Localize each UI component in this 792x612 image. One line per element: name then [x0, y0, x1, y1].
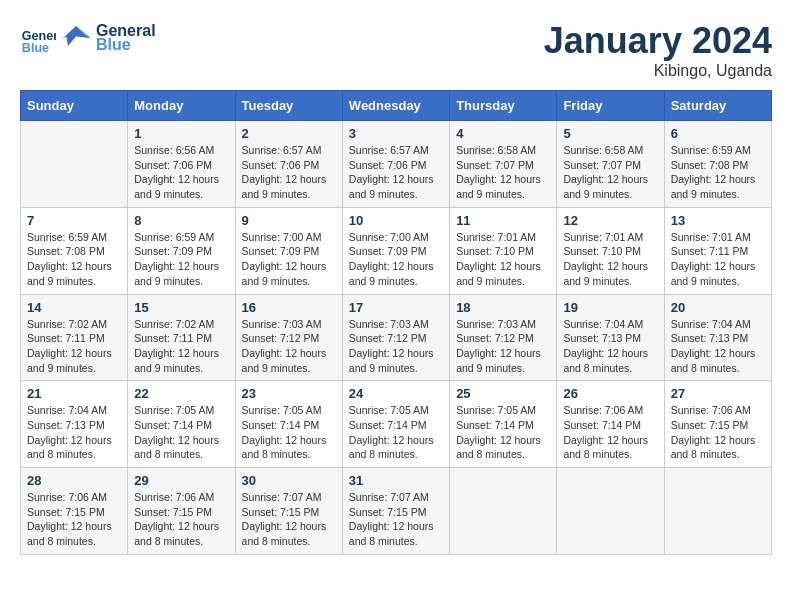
calendar-cell	[21, 121, 128, 208]
day-info-line: Sunset: 7:07 PM	[563, 158, 657, 173]
day-info-line: Sunset: 7:09 PM	[349, 244, 443, 259]
day-info-line: and 9 minutes.	[671, 187, 765, 202]
day-info-line: Sunset: 7:06 PM	[242, 158, 336, 173]
day-number: 5	[563, 126, 657, 141]
day-info-line: Sunset: 7:14 PM	[563, 418, 657, 433]
day-info-line: Sunrise: 7:06 AM	[27, 490, 121, 505]
calendar-cell: 18Sunrise: 7:03 AMSunset: 7:12 PMDayligh…	[450, 294, 557, 381]
day-info-line: Sunset: 7:12 PM	[456, 331, 550, 346]
day-info-line: and 8 minutes.	[134, 534, 228, 549]
day-info-line: and 8 minutes.	[456, 447, 550, 462]
day-info-line: Daylight: 12 hours	[563, 259, 657, 274]
day-info-line: Daylight: 12 hours	[671, 346, 765, 361]
day-info-line: Sunrise: 7:06 AM	[563, 403, 657, 418]
calendar-cell: 17Sunrise: 7:03 AMSunset: 7:12 PMDayligh…	[342, 294, 449, 381]
day-info-line: Sunset: 7:06 PM	[134, 158, 228, 173]
day-info-line: Daylight: 12 hours	[134, 172, 228, 187]
calendar-cell: 26Sunrise: 7:06 AMSunset: 7:14 PMDayligh…	[557, 381, 664, 468]
calendar-cell: 9Sunrise: 7:00 AMSunset: 7:09 PMDaylight…	[235, 207, 342, 294]
day-number: 10	[349, 213, 443, 228]
col-monday: Monday	[128, 91, 235, 121]
day-info-line: Sunrise: 6:59 AM	[27, 230, 121, 245]
col-wednesday: Wednesday	[342, 91, 449, 121]
day-info-line: Daylight: 12 hours	[671, 172, 765, 187]
day-info-line: Sunrise: 7:05 AM	[456, 403, 550, 418]
day-info-line: Sunrise: 7:05 AM	[242, 403, 336, 418]
svg-marker-2	[62, 26, 91, 46]
day-info-line: Daylight: 12 hours	[242, 433, 336, 448]
day-info-line: and 8 minutes.	[134, 447, 228, 462]
day-info-line: and 9 minutes.	[242, 187, 336, 202]
day-number: 6	[671, 126, 765, 141]
day-info-line: Sunrise: 7:04 AM	[563, 317, 657, 332]
day-info-line: and 8 minutes.	[242, 534, 336, 549]
calendar-cell: 15Sunrise: 7:02 AMSunset: 7:11 PMDayligh…	[128, 294, 235, 381]
col-thursday: Thursday	[450, 91, 557, 121]
calendar-week-row: 21Sunrise: 7:04 AMSunset: 7:13 PMDayligh…	[21, 381, 772, 468]
day-info-line: Sunset: 7:08 PM	[27, 244, 121, 259]
day-info-line: Daylight: 12 hours	[456, 433, 550, 448]
day-info-line: Daylight: 12 hours	[242, 519, 336, 534]
calendar-cell: 30Sunrise: 7:07 AMSunset: 7:15 PMDayligh…	[235, 468, 342, 555]
calendar-cell: 12Sunrise: 7:01 AMSunset: 7:10 PMDayligh…	[557, 207, 664, 294]
calendar-header-row: Sunday Monday Tuesday Wednesday Thursday…	[21, 91, 772, 121]
day-info-line: and 9 minutes.	[563, 274, 657, 289]
day-info-line: Sunset: 7:10 PM	[563, 244, 657, 259]
day-info-line: and 8 minutes.	[671, 361, 765, 376]
day-info-line: Sunrise: 7:03 AM	[349, 317, 443, 332]
day-info-line: Sunrise: 6:59 AM	[134, 230, 228, 245]
day-info-line: Sunset: 7:13 PM	[27, 418, 121, 433]
calendar-cell: 24Sunrise: 7:05 AMSunset: 7:14 PMDayligh…	[342, 381, 449, 468]
day-info-line: and 8 minutes.	[671, 447, 765, 462]
day-number: 4	[456, 126, 550, 141]
day-number: 1	[134, 126, 228, 141]
calendar-cell	[664, 468, 771, 555]
calendar-cell: 2Sunrise: 6:57 AMSunset: 7:06 PMDaylight…	[235, 121, 342, 208]
logo: General Blue General Blue	[20, 20, 156, 56]
day-number: 25	[456, 386, 550, 401]
day-info-line: Sunset: 7:09 PM	[242, 244, 336, 259]
day-info-line: Sunset: 7:12 PM	[242, 331, 336, 346]
day-info-line: and 9 minutes.	[349, 187, 443, 202]
col-friday: Friday	[557, 91, 664, 121]
day-number: 15	[134, 300, 228, 315]
day-info-line: Sunset: 7:14 PM	[134, 418, 228, 433]
day-number: 23	[242, 386, 336, 401]
day-info-line: Daylight: 12 hours	[349, 259, 443, 274]
day-info-line: Sunrise: 7:04 AM	[671, 317, 765, 332]
day-info-line: Sunrise: 7:03 AM	[456, 317, 550, 332]
svg-text:Blue: Blue	[22, 41, 49, 55]
calendar-cell: 6Sunrise: 6:59 AMSunset: 7:08 PMDaylight…	[664, 121, 771, 208]
day-info-line: Sunrise: 7:01 AM	[563, 230, 657, 245]
day-info-line: Sunset: 7:11 PM	[27, 331, 121, 346]
day-info-line: and 9 minutes.	[242, 274, 336, 289]
calendar-cell: 13Sunrise: 7:01 AMSunset: 7:11 PMDayligh…	[664, 207, 771, 294]
day-info-line: Daylight: 12 hours	[134, 346, 228, 361]
calendar-cell: 23Sunrise: 7:05 AMSunset: 7:14 PMDayligh…	[235, 381, 342, 468]
day-info-line: Sunset: 7:10 PM	[456, 244, 550, 259]
day-info-line: Sunrise: 7:00 AM	[349, 230, 443, 245]
day-number: 11	[456, 213, 550, 228]
day-info-line: and 9 minutes.	[671, 274, 765, 289]
day-info-line: and 8 minutes.	[349, 447, 443, 462]
calendar-cell: 31Sunrise: 7:07 AMSunset: 7:15 PMDayligh…	[342, 468, 449, 555]
day-number: 17	[349, 300, 443, 315]
day-info-line: and 9 minutes.	[456, 274, 550, 289]
day-info-line: Daylight: 12 hours	[242, 259, 336, 274]
day-info-line: Sunrise: 6:57 AM	[242, 143, 336, 158]
day-info-line: Sunrise: 7:02 AM	[134, 317, 228, 332]
calendar-cell: 8Sunrise: 6:59 AMSunset: 7:09 PMDaylight…	[128, 207, 235, 294]
calendar-cell	[450, 468, 557, 555]
day-info-line: Daylight: 12 hours	[456, 172, 550, 187]
day-info-line: Sunrise: 6:59 AM	[671, 143, 765, 158]
col-saturday: Saturday	[664, 91, 771, 121]
day-info-line: Daylight: 12 hours	[134, 433, 228, 448]
day-info-line: Sunrise: 7:05 AM	[349, 403, 443, 418]
day-number: 2	[242, 126, 336, 141]
calendar-cell: 19Sunrise: 7:04 AMSunset: 7:13 PMDayligh…	[557, 294, 664, 381]
day-number: 21	[27, 386, 121, 401]
location: Kibingo, Uganda	[544, 62, 772, 80]
day-info-line: Daylight: 12 hours	[563, 172, 657, 187]
day-number: 3	[349, 126, 443, 141]
day-info-line: Sunrise: 7:01 AM	[456, 230, 550, 245]
